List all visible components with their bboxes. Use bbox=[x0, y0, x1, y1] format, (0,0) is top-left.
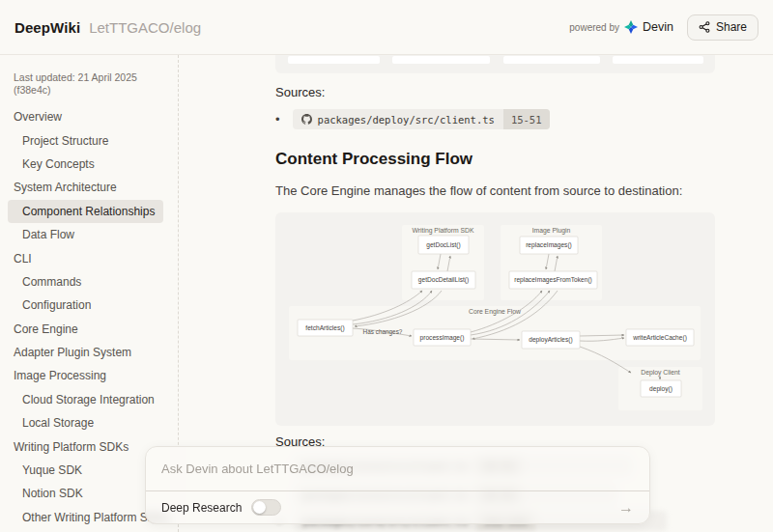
sidebar-item-commands[interactable]: Commands bbox=[0, 270, 178, 294]
deepwiki-app: DeepWiki LetTTGACO/elog powered by Devin bbox=[0, 0, 773, 532]
node-deployArticles: deployArticles() bbox=[522, 331, 580, 349]
source-line-range: 15-51 bbox=[503, 109, 550, 129]
svg-text:replaceImagesFromToken(): replaceImagesFromToken() bbox=[514, 276, 592, 284]
sidebar-item-component-relationships[interactable]: Component Relationships bbox=[8, 200, 163, 223]
sidebar-item-overview[interactable]: Overview bbox=[0, 105, 178, 128]
subgraph-label: Deploy Client bbox=[641, 369, 680, 377]
top-bar: DeepWiki LetTTGACO/elog powered by Devin bbox=[0, 0, 773, 55]
cutoff-node bbox=[392, 56, 490, 64]
sidebar-item-system-architecture[interactable]: System Architecture bbox=[0, 176, 178, 199]
send-arrow-button[interactable]: → bbox=[618, 500, 634, 516]
cutoff-node bbox=[503, 56, 600, 64]
devin-logo-icon bbox=[624, 20, 638, 34]
content-processing-flow-diagram: Writing Platform SDK Image Plugin Core E… bbox=[275, 212, 715, 426]
svg-text:writeArticleCache(): writeArticleCache() bbox=[632, 334, 687, 342]
sidebar-item-cloud-storage-integration[interactable]: Cloud Storage Integration bbox=[0, 388, 178, 411]
sidebar-item-data-flow[interactable]: Data Flow bbox=[0, 223, 178, 246]
sidebar-item-key-concepts[interactable]: Key Concepts bbox=[0, 153, 178, 176]
node-getDocDetailList: getDocDetailList() bbox=[412, 271, 475, 289]
svg-text:getDocDetailList(): getDocDetailList() bbox=[418, 276, 469, 284]
sidebar-item-local-storage[interactable]: Local Storage bbox=[0, 411, 178, 434]
subgraph-label: Writing Platform SDK bbox=[412, 227, 474, 235]
sidebar-item-project-structure[interactable]: Project Structure bbox=[0, 128, 178, 152]
deep-research-toggle[interactable] bbox=[251, 499, 281, 516]
node-processImage: processImage() bbox=[414, 329, 471, 346]
sidebar-item-core-engine[interactable]: Core Engine bbox=[0, 318, 178, 341]
svg-text:processImage(): processImage() bbox=[420, 334, 465, 342]
ask-devin-box: Deep Research → bbox=[145, 446, 650, 524]
sidebar-item-adapter-plugin-system[interactable]: Adapter Plugin System bbox=[0, 341, 178, 364]
brand-logo[interactable]: DeepWiki bbox=[14, 19, 80, 36]
share-button[interactable]: Share bbox=[687, 14, 759, 41]
cutoff-node bbox=[288, 56, 380, 64]
powered-by-label: powered by bbox=[569, 22, 619, 33]
svg-text:deployArticles(): deployArticles() bbox=[529, 336, 572, 344]
bullet: • bbox=[275, 112, 280, 126]
last-updated: Last updated: 21 April 2025 (f38e4c) bbox=[14, 71, 168, 97]
sidebar-item-cli[interactable]: CLI bbox=[0, 246, 178, 269]
svg-text:deploy(): deploy() bbox=[649, 385, 673, 393]
node-writeArticleCache: writeArticleCache() bbox=[626, 329, 694, 346]
svg-text:fetchArticles(): fetchArticles() bbox=[305, 324, 344, 332]
source-row: • packages/deploy/src/client.ts 15-51 bbox=[275, 109, 550, 129]
ask-box-footer: Deep Research → bbox=[146, 491, 649, 523]
share-icon bbox=[699, 21, 710, 33]
devin-label: Devin bbox=[643, 20, 673, 34]
share-label: Share bbox=[716, 20, 747, 34]
sidebar-item-image-processing[interactable]: Image Processing bbox=[0, 364, 178, 387]
sources-heading: Sources: bbox=[275, 85, 325, 99]
section-intro: The Core Engine manages the flow of cont… bbox=[275, 183, 682, 198]
node-fetchArticles: fetchArticles() bbox=[298, 320, 353, 336]
powered-by-devin[interactable]: powered by Devin bbox=[569, 20, 673, 34]
source-link[interactable]: packages/deploy/src/client.ts 15-51 bbox=[293, 109, 550, 129]
section-title: Content Processing Flow bbox=[275, 150, 472, 169]
node-getDocList: getDocList() bbox=[418, 236, 469, 254]
source-file-path: packages/deploy/src/client.ts bbox=[318, 114, 495, 126]
repo-name[interactable]: LetTTGACO/elog bbox=[89, 19, 201, 36]
node-deploy: deploy() bbox=[641, 380, 681, 397]
edge-label-has-changes: Has changes? bbox=[363, 328, 403, 336]
header-right: powered by Devin bbox=[569, 14, 759, 41]
deep-research-label: Deep Research bbox=[161, 501, 242, 515]
svg-text:getDocList(): getDocList() bbox=[426, 241, 461, 249]
subgraph-label: Image Plugin bbox=[532, 227, 571, 235]
sidebar-item-configuration[interactable]: Configuration bbox=[0, 294, 178, 317]
github-icon bbox=[301, 114, 312, 125]
svg-text:replaceImages(): replaceImages() bbox=[526, 241, 572, 249]
node-replaceImagesFromToken: replaceImagesFromToken() bbox=[509, 271, 597, 289]
toggle-knob bbox=[253, 501, 266, 514]
cutoff-node bbox=[613, 56, 703, 64]
ask-devin-input[interactable] bbox=[146, 447, 649, 490]
node-replaceImages: replaceImages() bbox=[520, 237, 578, 254]
